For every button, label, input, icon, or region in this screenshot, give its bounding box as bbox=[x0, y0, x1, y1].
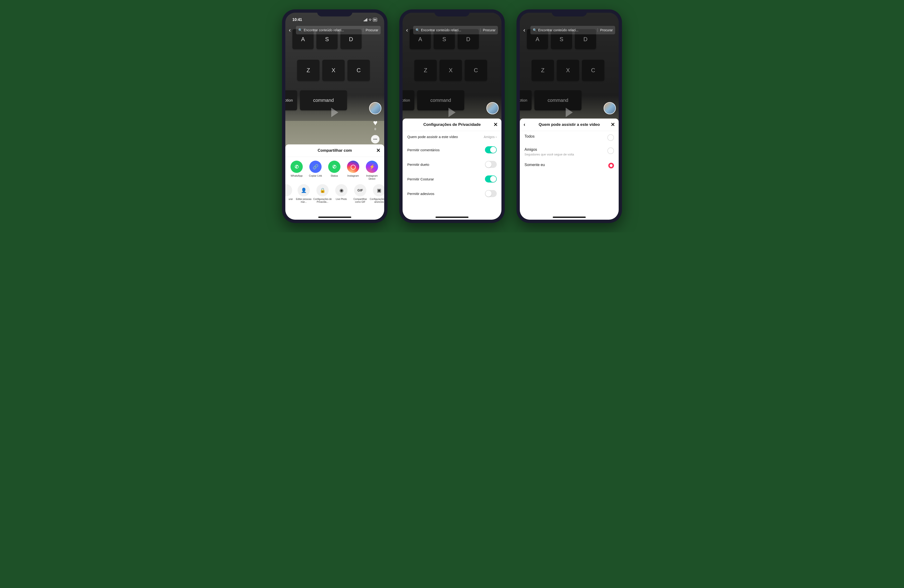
radio-only-me[interactable] bbox=[608, 163, 614, 169]
status-time: 10:41 bbox=[292, 17, 302, 22]
action-edit-tagged[interactable]: 👤 Editar pessoas mar... bbox=[294, 184, 313, 203]
option-everyone[interactable]: Todos bbox=[520, 131, 619, 144]
privacy-sheet-header: Configurações de Privacidade ✕ bbox=[403, 118, 501, 131]
phone-frame-2: A S D Z X C option command ‹ 🔍 Encontrar… bbox=[399, 9, 505, 223]
setting-allow-comments: Permitir comentários bbox=[403, 142, 501, 157]
battery-icon: 84 bbox=[373, 18, 377, 22]
avatar[interactable] bbox=[486, 102, 499, 114]
share-telegram[interactable]: ➤ Tele bbox=[381, 161, 384, 180]
setting-allow-stitch: Permitir Costurar bbox=[403, 172, 501, 186]
lock-icon: 🔒 bbox=[316, 184, 329, 196]
toggle-stickers[interactable] bbox=[485, 190, 497, 197]
home-indicator[interactable] bbox=[436, 217, 468, 218]
radio-friends[interactable] bbox=[607, 147, 614, 154]
option-friends[interactable]: Amigos Seguidores que você segue de volt… bbox=[520, 144, 619, 159]
share-sheet-header: Compartilhar com ✕ bbox=[285, 144, 384, 157]
gif-icon: GIF bbox=[354, 184, 366, 196]
search-input[interactable]: 🔍 Encontrar conteúdo relaci... Procurar bbox=[413, 26, 498, 34]
ad-settings-icon: ▣ bbox=[373, 184, 384, 196]
setting-value: Amigos › bbox=[484, 135, 497, 139]
radio-everyone[interactable] bbox=[607, 134, 614, 141]
like-count: 0 bbox=[371, 128, 379, 131]
status-bar: 10:41 84 bbox=[285, 15, 384, 24]
live-photo-icon: ◉ bbox=[335, 184, 348, 196]
link-icon: 🔗 bbox=[309, 161, 322, 173]
audience-sheet-header: ‹ Quem pode assistir a este vídeo ✕ bbox=[520, 118, 619, 131]
avatar[interactable] bbox=[604, 102, 616, 114]
setting-allow-stickers: Permitir adesivos bbox=[403, 186, 501, 201]
toggle-comments[interactable] bbox=[485, 146, 497, 153]
messenger-icon: ⚡ bbox=[366, 161, 378, 173]
back-icon[interactable]: ‹ bbox=[523, 121, 525, 128]
share-status[interactable]: ✆ Status bbox=[325, 161, 344, 180]
close-icon[interactable]: ✕ bbox=[493, 121, 498, 128]
search-input[interactable]: 🔍 Encontrar conteúdo relaci... Procurar bbox=[296, 26, 381, 34]
share-sheet: Compartilhar com ✕ ✆ WhatsApp 🔗 Copiar L… bbox=[285, 144, 384, 220]
whatsapp-icon: ✆ bbox=[291, 161, 303, 173]
heart-icon: ♥ bbox=[371, 118, 379, 127]
key-x: X bbox=[322, 60, 345, 81]
back-icon[interactable]: ‹ bbox=[289, 27, 294, 33]
top-search-bar: ‹ 🔍 Encontrar conteúdo relaci... Procura… bbox=[406, 26, 498, 35]
audience-sheet-title: Quem pode assistir a este vídeo bbox=[539, 122, 600, 127]
setting-who-can-watch[interactable]: Quem pode assistir a este vídeo Amigos › bbox=[403, 131, 501, 142]
setting-allow-duet: Permitir dueto bbox=[403, 157, 501, 172]
top-search-bar: ‹ 🔍 Encontrar conteúdo relaci... Procura… bbox=[289, 26, 381, 35]
audience-sheet: ‹ Quem pode assistir a este vídeo ✕ Todo… bbox=[520, 118, 619, 220]
home-indicator[interactable] bbox=[318, 217, 351, 218]
key-option: option bbox=[285, 90, 297, 110]
signal-icon bbox=[364, 18, 367, 21]
action-live-photo[interactable]: ◉ Live Photo bbox=[332, 184, 351, 203]
share-sheet-title: Compartilhar com bbox=[318, 148, 352, 153]
phone-frame-3: A S D Z X C option command ‹ 🔍 Encontrar… bbox=[517, 9, 622, 223]
notch bbox=[552, 9, 587, 16]
comment-icon: ••• bbox=[371, 135, 379, 143]
side-action-bar: ♥ 0 ••• 0 bbox=[369, 102, 381, 147]
play-icon[interactable] bbox=[331, 108, 338, 117]
share-instagram[interactable]: ◯ Instagram bbox=[344, 161, 362, 180]
close-icon[interactable]: ✕ bbox=[611, 121, 615, 128]
privacy-sheet: Configurações de Privacidade ✕ Quem pode… bbox=[403, 118, 501, 220]
avatar[interactable] bbox=[369, 102, 381, 114]
instagram-icon: ◯ bbox=[347, 161, 359, 173]
toggle-stitch[interactable] bbox=[485, 175, 497, 183]
key-c: C bbox=[348, 60, 370, 81]
top-search-bar: ‹ 🔍 Encontrar conteúdo relaci... Procura… bbox=[523, 26, 615, 35]
toggle-duet[interactable] bbox=[485, 161, 497, 168]
action-privacy-settings[interactable]: 🔒 Configurações de Privacida... bbox=[313, 184, 332, 203]
like-button[interactable]: ♥ 0 bbox=[371, 118, 379, 131]
search-cta[interactable]: Procurar bbox=[363, 28, 378, 32]
notch bbox=[435, 9, 469, 16]
home-indicator[interactable] bbox=[553, 217, 586, 218]
screen-2: A S D Z X C option command ‹ 🔍 Encontrar… bbox=[403, 13, 501, 220]
screen-3: A S D Z X C option command ‹ 🔍 Encontrar… bbox=[520, 13, 619, 220]
share-instagram-direct[interactable]: ⚡ Instagram Direct bbox=[362, 161, 381, 180]
status-icon: ✆ bbox=[328, 161, 340, 173]
search-placeholder: Encontrar conteúdo relaci... bbox=[304, 28, 344, 32]
action-partial[interactable]: urar bbox=[287, 184, 294, 203]
action-ad-settings[interactable]: ▣ Configurações de anúncios bbox=[370, 184, 384, 203]
phone-frame-1: A S D Z X C option command 10:41 84 bbox=[282, 9, 387, 223]
close-icon[interactable]: ✕ bbox=[376, 147, 381, 154]
option-only-me[interactable]: Somente eu bbox=[520, 159, 619, 172]
key-command: command bbox=[300, 90, 347, 110]
search-icon: 🔍 bbox=[533, 28, 537, 32]
share-targets-row[interactable]: ✆ WhatsApp 🔗 Copiar Link ✆ Status ◯ Inst… bbox=[285, 157, 384, 182]
search-icon: 🔍 bbox=[416, 28, 419, 32]
key-z: Z bbox=[297, 60, 319, 81]
privacy-sheet-title: Configurações de Privacidade bbox=[423, 122, 481, 127]
back-icon[interactable]: ‹ bbox=[406, 27, 411, 33]
side-action-bar bbox=[604, 102, 616, 114]
share-actions-row[interactable]: urar 👤 Editar pessoas mar... 🔒 Configura… bbox=[285, 182, 384, 204]
notch bbox=[317, 9, 352, 16]
play-icon[interactable] bbox=[566, 108, 573, 117]
action-share-gif[interactable]: GIF Compartilhar como GIF bbox=[351, 184, 370, 203]
wifi-icon bbox=[368, 18, 372, 21]
side-action-bar bbox=[486, 102, 499, 114]
share-copy-link[interactable]: 🔗 Copiar Link bbox=[306, 161, 325, 180]
share-whatsapp[interactable]: ✆ WhatsApp bbox=[287, 161, 306, 180]
back-icon[interactable]: ‹ bbox=[523, 27, 528, 33]
play-icon[interactable] bbox=[449, 108, 455, 117]
search-input[interactable]: 🔍 Encontrar conteúdo relaci... Procurar bbox=[530, 26, 615, 34]
search-icon: 🔍 bbox=[298, 28, 302, 32]
